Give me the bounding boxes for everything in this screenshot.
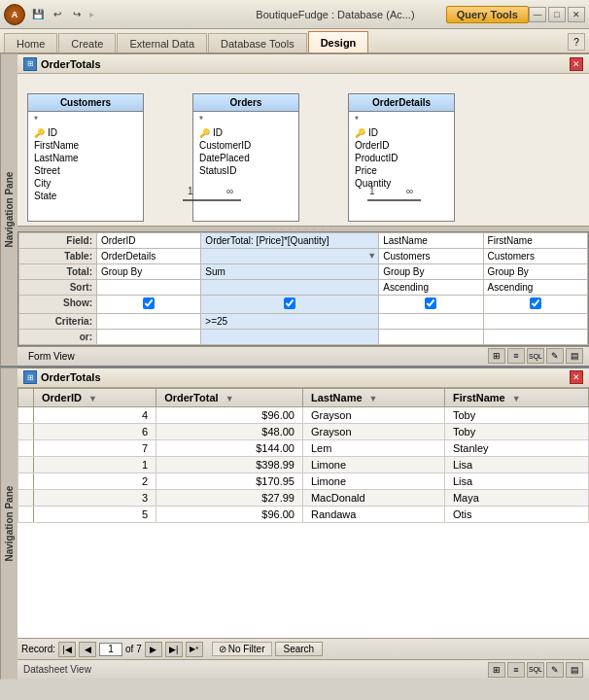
- undo-button[interactable]: ↩: [49, 6, 66, 23]
- grid-criteria-ordertotal[interactable]: >=25: [201, 313, 379, 329]
- show-firstname-checkbox[interactable]: [530, 298, 541, 309]
- grid-criteria-firstname[interactable]: [483, 313, 587, 329]
- minimize-button[interactable]: —: [529, 7, 546, 22]
- grid-row-sort: Sort: Ascending Ascending: [19, 279, 588, 295]
- navigation-pane-bottom[interactable]: Navigation Pane: [0, 368, 17, 680]
- grid-show-lastname[interactable]: [379, 295, 483, 313]
- grid-or-orderid[interactable]: [97, 329, 201, 344]
- col-header-lastname[interactable]: LastName ▼: [302, 388, 444, 406]
- orderdetails-price: Price: [353, 164, 450, 177]
- row-selector[interactable]: [18, 406, 34, 423]
- grid-table-ordertotal[interactable]: ▼: [201, 248, 379, 263]
- datasheet-area: ⊞ OrderTotals ✕ OrderID ▼ OrderTotal ▼ L…: [17, 368, 589, 680]
- grid-or-ordertotal[interactable]: [201, 329, 379, 344]
- grid-view-icon-2[interactable]: ⊞: [488, 662, 505, 678]
- close-button[interactable]: ✕: [568, 7, 585, 22]
- cell-firstname: Maya: [444, 489, 588, 506]
- grid-total-lastname[interactable]: Group By: [379, 263, 483, 279]
- grid-show-firstname[interactable]: [483, 295, 587, 313]
- grid-row-table: Table: OrderDetails ▼ Customers Customer…: [19, 248, 588, 263]
- grid-show-orderid[interactable]: [97, 295, 201, 313]
- customers-table-body: * 🔑 ID FirstName LastName Street City St…: [28, 112, 143, 204]
- row-selector[interactable]: [18, 423, 34, 439]
- edit-view-icon-2[interactable]: ✎: [546, 662, 564, 678]
- dropdown-arrow[interactable]: ▼: [367, 251, 376, 261]
- grid-table-firstname[interactable]: Customers: [483, 248, 587, 263]
- redo-button[interactable]: ↪: [68, 6, 86, 23]
- show-orderid-checkbox[interactable]: [143, 298, 155, 309]
- grid-or-lastname[interactable]: [379, 329, 483, 344]
- grid-table-orderid[interactable]: OrderDetails: [97, 248, 201, 263]
- tab-database-tools[interactable]: Database Tools: [208, 33, 307, 52]
- query-grid-table: Field: OrderID OrderTotal: [Price]*[Quan…: [18, 232, 588, 345]
- list-view-icon[interactable]: ≡: [507, 348, 525, 364]
- prev-record-button[interactable]: ◀: [79, 642, 96, 657]
- grid-criteria-lastname[interactable]: [379, 313, 483, 329]
- cell-lastname: Grayson: [302, 406, 444, 423]
- orders-asterisk: *: [197, 114, 294, 126]
- grid-show-ordertotal[interactable]: [201, 295, 379, 313]
- grid-total-ordertotal[interactable]: Sum: [201, 263, 379, 279]
- row-selector[interactable]: [18, 472, 34, 489]
- grid-table-lastname[interactable]: Customers: [379, 248, 483, 263]
- no-filter-label: No Filter: [228, 644, 265, 654]
- row-selector[interactable]: [18, 439, 34, 456]
- grid-field-ordertotal[interactable]: OrderTotal: [Price]*[Quantity]: [201, 232, 379, 248]
- row-selector[interactable]: [18, 506, 34, 522]
- grid-or-firstname[interactable]: [483, 329, 587, 344]
- show-ordertotal-checkbox[interactable]: [284, 298, 295, 309]
- last-record-button[interactable]: ▶|: [165, 642, 183, 657]
- sort-arrow-ordertotal: ▼: [225, 394, 234, 403]
- new-record-button[interactable]: ▶*: [186, 642, 203, 657]
- grid-sort-ordertotal[interactable]: [201, 279, 379, 295]
- datasheet-window-close[interactable]: ✕: [570, 370, 583, 384]
- grid-sort-lastname[interactable]: Ascending: [379, 279, 483, 295]
- sql-view-icon-2[interactable]: SQL: [527, 662, 544, 678]
- layout-view-icon[interactable]: ▤: [566, 348, 583, 364]
- maximize-button[interactable]: □: [548, 7, 566, 22]
- show-lastname-checkbox[interactable]: [425, 298, 436, 309]
- col-header-firstname[interactable]: FirstName ▼: [444, 388, 588, 406]
- grid-label-total: Total:: [19, 263, 97, 279]
- nav-and-content-bottom: Navigation Pane ⊞ OrderTotals ✕ Order: [0, 368, 589, 680]
- grid-field-orderid[interactable]: OrderID: [97, 232, 201, 248]
- sql-view-icon[interactable]: SQL: [527, 348, 544, 364]
- col-header-orderid[interactable]: OrderID ▼: [34, 388, 156, 406]
- layout-view-icon-2[interactable]: ▤: [566, 662, 583, 678]
- list-view-icon-2[interactable]: ≡: [507, 662, 525, 678]
- grid-total-firstname[interactable]: Group By: [483, 263, 587, 279]
- grid-field-lastname[interactable]: LastName: [379, 232, 483, 248]
- grid-label-table: Table:: [19, 248, 97, 263]
- search-button[interactable]: Search: [275, 642, 324, 656]
- row-selector[interactable]: [18, 456, 34, 472]
- form-view-button[interactable]: Form View: [23, 349, 80, 364]
- col-header-ordertotal[interactable]: OrderTotal ▼: [156, 388, 303, 406]
- help-button[interactable]: ?: [568, 33, 585, 51]
- current-record-input[interactable]: [99, 643, 122, 656]
- key-icon-orders-id: 🔑: [199, 128, 210, 138]
- datasheet-window-title: OrderTotals: [41, 371, 566, 383]
- tab-external-data[interactable]: External Data: [117, 33, 207, 52]
- grid-total-orderid[interactable]: Group By: [97, 263, 201, 279]
- first-record-button[interactable]: |◀: [58, 642, 76, 657]
- grid-sort-orderid[interactable]: [97, 279, 201, 295]
- grid-field-firstname[interactable]: FirstName: [483, 232, 587, 248]
- cell-orderid: 4: [34, 406, 156, 423]
- tab-home[interactable]: Home: [4, 33, 57, 52]
- sort-arrow-firstname: ▼: [512, 394, 521, 403]
- grid-row-or: or:: [19, 329, 588, 344]
- datasheet-table: OrderID ▼ OrderTotal ▼ LastName ▼ FirstN…: [17, 388, 589, 523]
- edit-view-icon[interactable]: ✎: [546, 348, 564, 364]
- grid-view-icon[interactable]: ⊞: [488, 348, 505, 364]
- grid-sort-firstname[interactable]: Ascending: [483, 279, 587, 295]
- tab-design[interactable]: Design: [308, 31, 369, 52]
- row-selector[interactable]: [18, 489, 34, 506]
- filter-status[interactable]: ⊘ No Filter: [212, 642, 272, 656]
- query-window-close[interactable]: ✕: [570, 57, 583, 71]
- next-record-button[interactable]: ▶: [145, 642, 162, 657]
- tab-create[interactable]: Create: [58, 33, 116, 52]
- navigation-pane-top[interactable]: Navigation Pane: [0, 54, 17, 366]
- save-button[interactable]: 💾: [29, 6, 47, 23]
- grid-criteria-orderid[interactable]: [97, 313, 201, 329]
- resize-handle[interactable]: · · · · · · · ·: [17, 226, 589, 231]
